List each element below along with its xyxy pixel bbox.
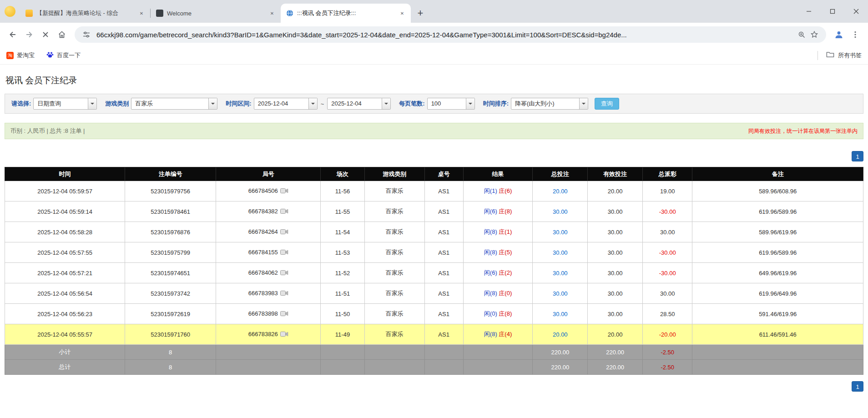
query-type-select[interactable]: 日期查询 [33, 98, 97, 110]
summary-bar: 币别 : 人民币 | 总共 :8 注单 | 同局有效投注，统一计算在该局第一张注… [5, 123, 863, 139]
stop-button[interactable] [37, 26, 54, 43]
chevron-down-icon[interactable] [308, 98, 317, 109]
replay-icon[interactable] [280, 208, 288, 216]
cell-session: 11-50 [321, 304, 364, 324]
cell-result: 闲(8) 庄(1) [463, 222, 533, 242]
back-button[interactable] [5, 26, 21, 43]
summary-total-bet: 220.00 [533, 360, 588, 375]
profile-button[interactable] [831, 26, 847, 43]
chevron-down-icon[interactable] [579, 98, 588, 109]
game-category-value: 百家乐 [131, 98, 208, 109]
tab-bet-records[interactable]: :::视讯 会员下注纪录::: [281, 4, 411, 23]
address-bar[interactable]: 66cxkj98.com/game/betrecord_search/kind3… [75, 26, 826, 43]
table-body: 2025-12-04 05:59:57523015979756666784506… [5, 181, 863, 375]
page-content: 视讯 会员下注纪录 请选择: 日期查询 游戏类别 百家乐 时间区间: 2025-… [0, 75, 868, 392]
close-button[interactable] [844, 0, 868, 23]
cell-time: 2025-12-04 05:55:57 [5, 324, 125, 345]
tab-forum[interactable]: 【新提醒】海燕策略论坛 - 综合 [20, 4, 150, 23]
result-player: 闲(6) [484, 208, 497, 215]
cell-note: 619.96/589.96 [692, 201, 863, 222]
search-button[interactable]: 查询 [595, 98, 619, 110]
new-tab-button[interactable] [414, 6, 427, 20]
bookmark-aitaobao[interactable]: 爱淘宝 [6, 51, 35, 60]
bookmarks-bar: 爱淘宝 百度一下 所有书签 [0, 46, 868, 65]
replay-icon[interactable] [280, 270, 288, 277]
replay-icon[interactable] [280, 188, 288, 195]
cell-total-bet: 30.00 [533, 222, 588, 242]
date-end-select[interactable]: 2025-12-04 [327, 98, 391, 110]
bookmark-baidu[interactable]: 百度一下 [46, 51, 81, 60]
replay-icon[interactable] [280, 331, 288, 338]
home-button[interactable] [54, 26, 70, 43]
cell-payout: -30.00 [642, 201, 692, 222]
welcome-favicon-icon [156, 10, 163, 17]
replay-icon[interactable] [280, 290, 288, 297]
cell-valid-bet: 30.00 [588, 201, 643, 222]
total-bet-link[interactable]: 30.00 [553, 208, 568, 215]
cell-total-bet: 30.00 [533, 263, 588, 283]
folder-icon [826, 51, 834, 60]
chevron-down-icon[interactable] [208, 98, 217, 109]
total-bet-link[interactable]: 20.00 [553, 188, 568, 195]
sort-select[interactable]: 降幂(由大到小) [511, 98, 588, 110]
total-bet-link[interactable]: 30.00 [553, 290, 568, 297]
date-start-select[interactable]: 2025-12-04 [254, 98, 318, 110]
game-category-select[interactable]: 百家乐 [131, 98, 217, 110]
tab-close-icon[interactable] [137, 9, 146, 17]
table-row: 2025-12-04 05:56:54523015973742666783983… [5, 283, 863, 304]
all-bookmarks-button[interactable]: 所有书签 [818, 51, 862, 60]
page-title: 视讯 会员下注纪录 [5, 75, 868, 86]
cell-bet-id: 523015979756 [125, 181, 216, 201]
browser-profile-icon[interactable] [5, 6, 15, 17]
cell-valid-bet: 30.00 [588, 304, 643, 324]
summary-currency-text: 币别 : 人民币 | 总共 :8 注单 | [10, 127, 85, 135]
cell-result: 闲(8) 庄(0) [463, 283, 533, 304]
minimize-button[interactable] [797, 0, 821, 23]
total-bet-link[interactable]: 30.00 [553, 270, 568, 277]
cell-time: 2025-12-04 05:59:14 [5, 201, 125, 222]
total-bet-link[interactable]: 30.00 [553, 249, 568, 256]
replay-icon[interactable] [280, 229, 288, 236]
cell-session: 11-53 [321, 242, 364, 263]
cell-session: 11-55 [321, 201, 364, 222]
replay-icon[interactable] [280, 249, 288, 257]
forward-button[interactable] [21, 26, 37, 43]
url-text: 66cxkj98.com/game/betrecord_search/kind3… [96, 31, 792, 39]
page-button[interactable]: 1 [852, 381, 863, 392]
tab-close-icon[interactable] [268, 9, 276, 17]
total-bet-link[interactable]: 20.00 [553, 331, 568, 338]
bookmark-label: 百度一下 [57, 51, 81, 60]
baidu-paw-icon [46, 51, 54, 60]
tab-title: :::视讯 会员下注纪录::: [297, 9, 395, 17]
chevron-down-icon[interactable] [88, 98, 96, 109]
cell-bet-id: 523015978461 [125, 201, 216, 222]
menu-button[interactable] [847, 26, 863, 43]
total-bet-link[interactable]: 30.00 [553, 311, 568, 317]
page-size-select[interactable]: 100 [427, 98, 475, 110]
site-info-icon[interactable] [80, 28, 93, 41]
column-header-note: 备注 [692, 167, 863, 181]
cell-session: 11-54 [321, 222, 364, 242]
result-banker: 庄(8) [499, 208, 512, 215]
tab-welcome[interactable]: Welcome [151, 4, 281, 23]
summary-valid-bet: 220.00 [588, 360, 643, 375]
replay-icon[interactable] [280, 311, 288, 318]
tab-close-icon[interactable] [398, 9, 406, 17]
cell-table-no: AS1 [424, 222, 463, 242]
page-button[interactable]: 1 [852, 151, 863, 161]
total-bet-link[interactable]: 30.00 [553, 229, 568, 236]
result-banker: 庄(1) [499, 228, 512, 235]
date-range-separator: ~ [321, 101, 324, 107]
pagination-bottom: 1 [5, 381, 863, 392]
cell-round: 666784506 [216, 181, 321, 201]
zoom-icon[interactable] [795, 28, 808, 41]
query-type-value: 日期查询 [34, 98, 88, 109]
window-controls [797, 0, 868, 23]
maximize-button[interactable] [821, 0, 844, 23]
summary-row: 小计8220.00220.00-2.50 [5, 345, 863, 360]
cell-payout: -30.00 [642, 242, 692, 263]
chevron-down-icon[interactable] [382, 98, 390, 109]
chevron-down-icon[interactable] [466, 98, 474, 109]
bookmark-star-icon[interactable] [808, 28, 821, 41]
cell-note: 611.46/591.46 [692, 324, 863, 345]
